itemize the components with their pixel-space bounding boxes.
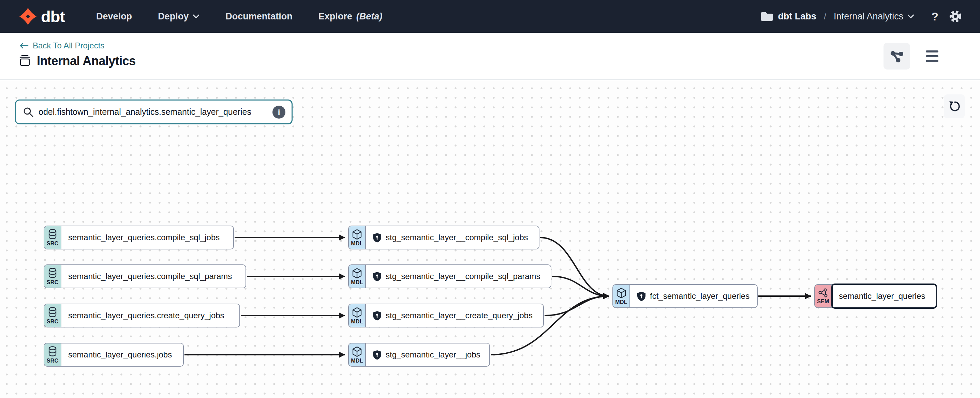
menu-bar bbox=[926, 60, 939, 62]
node-body: semantic_layer_queries.compile_sql_param… bbox=[61, 265, 245, 288]
dbt-logo-text: dbt bbox=[41, 7, 65, 26]
node-label: semantic_layer_queries.create_query_jobs bbox=[68, 311, 224, 320]
node-body: stg_semantic_layer__compile_sql_params bbox=[366, 265, 551, 288]
node-body: semantic_layer_queries.jobs bbox=[61, 344, 183, 366]
cube-icon bbox=[352, 228, 363, 240]
main-nav: Develop Deploy Documentation Explore (Be… bbox=[96, 11, 382, 22]
node-body: stg_semantic_layer__compile_sql_jobs bbox=[366, 226, 539, 249]
node-label: stg_semantic_layer__jobs bbox=[386, 350, 480, 360]
breadcrumb-org[interactable]: dbt Labs bbox=[760, 11, 816, 22]
graph-node-sem[interactable]: SEMsemantic_layer_queries bbox=[814, 284, 936, 308]
node-type-label: SRC bbox=[47, 241, 58, 247]
node-type-badge: SRC bbox=[45, 226, 61, 249]
breadcrumb-separator: / bbox=[824, 11, 826, 22]
breadcrumb-project-select[interactable]: Internal Analytics bbox=[834, 11, 914, 22]
node-label: stg_semantic_layer__create_query_jobs bbox=[386, 311, 533, 320]
page-title: Internal Analytics bbox=[37, 54, 136, 68]
node-type-badge: SRC bbox=[45, 265, 61, 288]
node-body: semantic_layer_queries bbox=[831, 284, 937, 309]
node-label: fct_semantic_layer_queries bbox=[650, 291, 749, 301]
contract-shield-icon bbox=[373, 311, 382, 321]
graph-node-src1[interactable]: SRCsemantic_layer_queries.compile_sql_jo… bbox=[44, 225, 234, 249]
node-type-label: MDL bbox=[351, 241, 363, 247]
cube-icon bbox=[352, 268, 363, 279]
lineage-canvas[interactable]: SRCsemantic_layer_queries.compile_sql_jo… bbox=[0, 81, 980, 398]
beta-tag: (Beta) bbox=[356, 11, 383, 22]
help-button[interactable]: ? bbox=[931, 10, 939, 23]
dbt-logo[interactable]: dbt bbox=[18, 7, 65, 26]
folder-icon bbox=[760, 11, 773, 22]
nav-item-deploy[interactable]: Deploy bbox=[158, 11, 199, 22]
chevron-down-icon bbox=[907, 14, 914, 19]
node-type-badge: SRC bbox=[45, 304, 61, 327]
gear-icon bbox=[948, 9, 963, 24]
project-title-row: Internal Analytics bbox=[18, 54, 136, 68]
menu-button[interactable] bbox=[926, 51, 939, 62]
node-type-label: SEM bbox=[817, 298, 829, 304]
graph-node-stg4[interactable]: MDLstg_semantic_layer__jobs bbox=[348, 343, 490, 367]
node-type-badge: MDL bbox=[349, 304, 366, 327]
dbt-explorer-app: dbt Develop Deploy Documentation Explore… bbox=[0, 0, 980, 398]
database-icon bbox=[48, 307, 57, 318]
dbt-logo-icon bbox=[18, 7, 38, 26]
node-body: stg_semantic_layer__jobs bbox=[366, 344, 489, 366]
lineage-graph-icon bbox=[889, 49, 904, 63]
graph-node-fct[interactable]: MDLfct_semantic_layer_queries bbox=[612, 284, 758, 308]
node-type-label: MDL bbox=[615, 299, 627, 305]
search-info-icon[interactable]: i bbox=[272, 106, 285, 119]
lineage-search-box: i bbox=[15, 100, 293, 124]
back-to-projects-link[interactable]: Back To All Projects bbox=[19, 41, 104, 51]
node-type-label: MDL bbox=[351, 319, 363, 325]
navbar-right: dbt Labs / Internal Analytics ? bbox=[760, 9, 963, 24]
database-icon bbox=[48, 268, 57, 279]
graph-node-stg1[interactable]: MDLstg_semantic_layer__compile_sql_jobs bbox=[348, 225, 539, 249]
node-type-label: MDL bbox=[351, 279, 363, 285]
node-type-badge: SRC bbox=[45, 344, 61, 366]
top-navbar: dbt Develop Deploy Documentation Explore… bbox=[0, 0, 980, 33]
nav-item-develop[interactable]: Develop bbox=[96, 11, 132, 22]
semantic-model-icon bbox=[818, 288, 828, 298]
graph-node-stg3[interactable]: MDLstg_semantic_layer__create_query_jobs bbox=[348, 304, 544, 327]
database-icon bbox=[48, 228, 57, 240]
settings-button[interactable] bbox=[948, 9, 963, 24]
contract-shield-icon bbox=[373, 271, 382, 281]
cube-icon bbox=[616, 287, 627, 299]
node-type-label: SRC bbox=[47, 279, 58, 285]
nav-item-documentation[interactable]: Documentation bbox=[225, 11, 293, 22]
node-type-badge: MDL bbox=[349, 265, 366, 288]
search-icon bbox=[23, 107, 34, 117]
node-label: semantic_layer_queries bbox=[839, 291, 925, 301]
graph-node-src3[interactable]: SRCsemantic_layer_queries.create_query_j… bbox=[44, 304, 240, 327]
node-body: fct_semantic_layer_queries bbox=[630, 285, 757, 308]
node-label: stg_semantic_layer__compile_sql_jobs bbox=[386, 233, 528, 242]
chevron-down-icon bbox=[192, 14, 199, 19]
node-type-label: SRC bbox=[47, 319, 58, 325]
cube-icon bbox=[352, 307, 363, 318]
node-label: semantic_layer_queries.compile_sql_param… bbox=[68, 271, 232, 281]
project-icon bbox=[18, 54, 31, 67]
contract-shield-icon bbox=[373, 350, 382, 360]
graph-node-src4[interactable]: SRCsemantic_layer_queries.jobs bbox=[44, 343, 184, 367]
database-icon bbox=[48, 346, 57, 357]
node-body: semantic_layer_queries.create_query_jobs bbox=[61, 304, 239, 327]
contract-shield-icon bbox=[637, 291, 646, 301]
header-actions bbox=[883, 43, 939, 70]
lineage-search-input[interactable] bbox=[38, 107, 268, 117]
node-label: semantic_layer_queries.jobs bbox=[68, 350, 172, 360]
nav-item-explore[interactable]: Explore (Beta) bbox=[318, 11, 383, 22]
node-label: semantic_layer_queries.compile_sql_jobs bbox=[68, 233, 220, 242]
menu-bar bbox=[926, 55, 939, 57]
lineage-edge-stg3-fct bbox=[544, 296, 609, 316]
lineage-edge-stg2-fct bbox=[552, 276, 609, 296]
node-type-label: SRC bbox=[47, 358, 58, 364]
node-type-badge: MDL bbox=[613, 285, 630, 308]
graph-node-src2[interactable]: SRCsemantic_layer_queries.compile_sql_pa… bbox=[44, 265, 246, 288]
arrow-left-icon bbox=[19, 42, 29, 49]
lineage-view-button[interactable] bbox=[883, 43, 910, 70]
node-label: stg_semantic_layer__compile_sql_params bbox=[386, 271, 541, 281]
menu-bar bbox=[926, 51, 939, 52]
node-body: semantic_layer_queries.compile_sql_jobs bbox=[61, 226, 233, 249]
graph-node-stg2[interactable]: MDLstg_semantic_layer__compile_sql_param… bbox=[348, 265, 551, 288]
reset-view-button[interactable] bbox=[944, 94, 965, 118]
node-type-label: MDL bbox=[351, 358, 363, 364]
